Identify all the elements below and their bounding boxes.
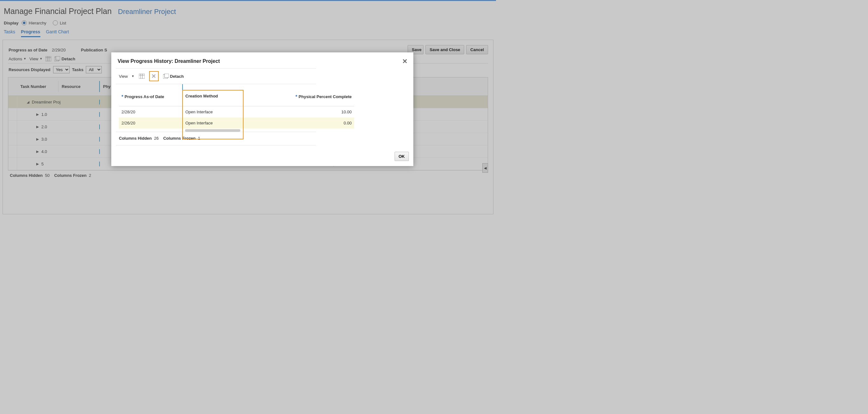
cell-physical-percent: 0.00 (243, 117, 354, 129)
modal-col-progress-date[interactable]: *Progress As-of Date (119, 84, 183, 106)
progress-history-modal: View Progress History: Dreamliner Projec… (111, 53, 413, 166)
modal-horizontal-scrollbar[interactable] (185, 129, 240, 132)
table-row[interactable]: 2/26/20Open Interface0.00 (119, 117, 354, 129)
cell-progress-date: 2/28/20 (119, 106, 183, 118)
modal-title: View Progress History: Dreamliner Projec… (118, 59, 220, 64)
modal-cols-hidden-label: Columns Hidden (119, 136, 152, 141)
modal-columns-icon[interactable] (139, 74, 145, 79)
svg-rect-15 (164, 74, 169, 77)
cell-physical-percent: 10.00 (243, 106, 354, 118)
modal-detach-label: Detach (170, 74, 184, 79)
modal-ok-button[interactable]: OK (395, 152, 409, 161)
modal-view-menu[interactable]: View ▼ (119, 74, 134, 79)
table-row[interactable]: 2/28/20Open Interface10.00 (119, 106, 354, 118)
cell-creation-method: Open Interface (183, 117, 243, 129)
modal-cols-frozen-count: 1 (198, 136, 200, 141)
modal-cols-hidden-count: 26 (154, 136, 159, 141)
modal-col-physical-percent[interactable]: *Physical Percent Complete (243, 84, 354, 106)
modal-delete-highlight: ✕ (149, 71, 159, 81)
modal-col-creation-method[interactable]: Creation Method (183, 84, 243, 106)
modal-detach-button[interactable]: Detach (163, 74, 184, 79)
modal-close-button[interactable]: ✕ (402, 58, 408, 65)
modal-cols-frozen-label: Columns Frozen (163, 136, 195, 141)
cell-creation-method: Open Interface (183, 106, 243, 118)
svg-rect-10 (139, 74, 145, 79)
cell-progress-date: 2/26/20 (119, 117, 183, 129)
delete-icon[interactable]: ✕ (151, 73, 157, 80)
